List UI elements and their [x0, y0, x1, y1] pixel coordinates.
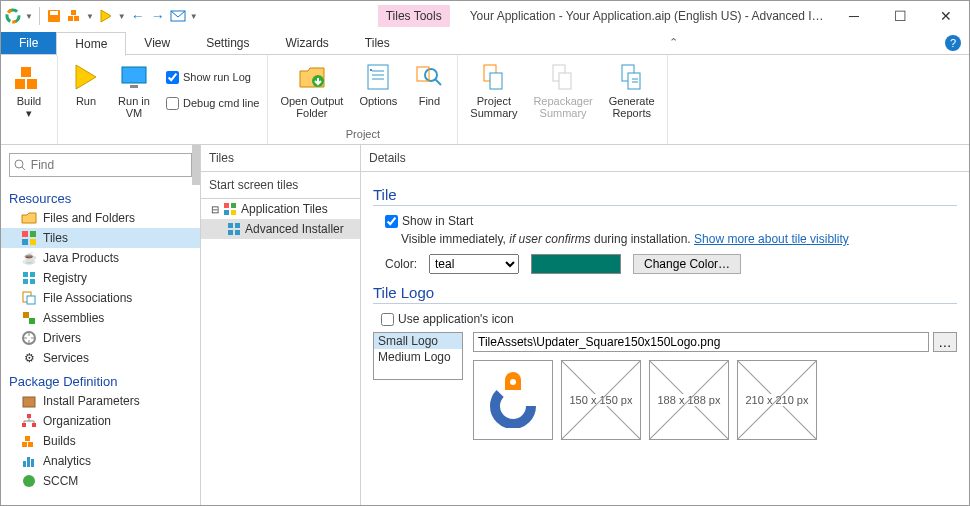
sidebar-item-sccm[interactable]: SCCM: [1, 471, 200, 491]
close-button[interactable]: ✕: [923, 1, 969, 31]
chevron-down-icon[interactable]: ▼: [25, 12, 33, 21]
generate-reports-button[interactable]: Generate Reports: [605, 59, 659, 121]
find-input[interactable]: [31, 158, 187, 172]
browse-button[interactable]: …: [933, 332, 957, 352]
section-resources: Resources: [1, 189, 200, 208]
logo-list-item[interactable]: Medium Logo: [374, 349, 462, 365]
build-button[interactable]: Build▾: [9, 59, 49, 121]
run-in-vm-button[interactable]: Run in VM: [114, 59, 154, 121]
sidebar-item-install-parameters[interactable]: Install Parameters: [1, 391, 200, 411]
sidebar-item-java-products[interactable]: ☕Java Products: [1, 248, 200, 268]
svg-rect-35: [23, 279, 28, 284]
logo-size-list[interactable]: Small Logo Medium Logo: [373, 332, 463, 380]
window-title: Your Application - Your Application.aip …: [470, 9, 831, 23]
chevron-down-icon[interactable]: ▼: [118, 12, 126, 21]
tab-tiles[interactable]: Tiles: [347, 32, 408, 54]
svg-rect-60: [235, 230, 240, 235]
sidebar-item-files-and-folders[interactable]: Files and Folders: [1, 208, 200, 228]
minimize-button[interactable]: ─: [831, 1, 877, 31]
options-button[interactable]: Options: [355, 59, 401, 121]
svg-rect-47: [28, 442, 33, 447]
collapse-ribbon-icon[interactable]: ⌃: [669, 36, 678, 49]
svg-rect-44: [22, 423, 26, 427]
svg-rect-31: [22, 239, 28, 245]
sidebar-item-builds[interactable]: Builds: [1, 431, 200, 451]
tab-home[interactable]: Home: [56, 32, 126, 56]
sidebar-item-services[interactable]: ⚙Services: [1, 348, 200, 368]
forward-icon[interactable]: →: [150, 8, 166, 24]
sidebar-item-tiles[interactable]: Tiles: [1, 228, 200, 248]
tab-settings[interactable]: Settings: [188, 32, 267, 54]
svg-rect-45: [32, 423, 36, 427]
svg-point-52: [23, 475, 35, 487]
sidebar-item-organization[interactable]: Organization: [1, 411, 200, 431]
svg-rect-55: [224, 210, 229, 215]
color-select[interactable]: teal: [429, 254, 519, 274]
tree-root[interactable]: ⊟ Application Tiles: [201, 199, 360, 219]
ribbon: Build▾ Run Run in VM Show run Log Debug …: [1, 55, 969, 145]
mail-icon[interactable]: [170, 8, 186, 24]
svg-rect-46: [22, 442, 27, 447]
svg-rect-26: [628, 73, 640, 89]
sidebar-item-assemblies[interactable]: Assemblies: [1, 308, 200, 328]
find-box[interactable]: [9, 153, 192, 177]
sidebar-item-registry[interactable]: Registry: [1, 268, 200, 288]
tab-file[interactable]: File: [1, 32, 56, 54]
chevron-down-icon[interactable]: ▼: [190, 12, 198, 21]
logo-list-item[interactable]: Small Logo: [374, 333, 462, 349]
tile-size-slot: 188 x 188 px: [649, 360, 729, 440]
app-icon: [5, 8, 21, 24]
show-in-start-checkbox[interactable]: Show in Start: [385, 214, 957, 228]
svg-rect-54: [231, 203, 236, 208]
show-more-link[interactable]: Show more about tile visiblity: [694, 232, 849, 246]
find-button[interactable]: Find: [409, 59, 449, 121]
svg-rect-6: [71, 10, 76, 15]
left-navigation: Resources Files and Folders Tiles ☕Java …: [1, 145, 201, 505]
help-button[interactable]: ?: [945, 35, 961, 51]
search-icon: [14, 159, 25, 171]
sidebar-item-drivers[interactable]: Drivers: [1, 328, 200, 348]
tab-wizards[interactable]: Wizards: [268, 32, 347, 54]
quick-access-toolbar: ▼ ▼ ▼ ← → ▼: [1, 7, 198, 25]
chevron-down-icon[interactable]: ▼: [86, 12, 94, 21]
color-swatch: [531, 254, 621, 274]
back-icon[interactable]: ←: [130, 8, 146, 24]
ribbon-group-label: Project: [346, 128, 380, 140]
sidebar-item-file-associations[interactable]: File Associations: [1, 288, 200, 308]
svg-rect-11: [21, 67, 31, 77]
build-icon[interactable]: [66, 8, 82, 24]
middle-panel: Tiles Start screen tiles ⊟ Application T…: [201, 145, 361, 505]
svg-rect-42: [23, 397, 35, 407]
svg-rect-3: [50, 11, 58, 15]
open-output-folder-button[interactable]: Open Output Folder: [276, 59, 347, 121]
section-package-definition: Package Definition: [1, 372, 200, 391]
save-icon[interactable]: [46, 8, 62, 24]
details-panel: Details Tile Show in Start Visible immed…: [361, 145, 969, 505]
svg-rect-50: [27, 457, 30, 467]
section-tile: Tile: [373, 186, 957, 206]
run-icon[interactable]: [98, 8, 114, 24]
svg-rect-16: [368, 65, 388, 89]
svg-point-61: [495, 388, 531, 424]
panel-subhead: Start screen tiles: [201, 172, 360, 199]
scrollbar-thumb[interactable]: [192, 145, 200, 185]
svg-rect-22: [490, 73, 502, 89]
logo-path-input[interactable]: [473, 332, 929, 352]
run-button[interactable]: Run: [66, 59, 106, 121]
tile-preview-image: [473, 360, 553, 440]
svg-rect-48: [25, 436, 30, 441]
svg-rect-17: [370, 69, 372, 71]
svg-rect-43: [27, 414, 31, 418]
change-color-button[interactable]: Change Color…: [633, 254, 741, 274]
sidebar-item-analytics[interactable]: Analytics: [1, 451, 200, 471]
tab-view[interactable]: View: [126, 32, 188, 54]
show-run-log-checkbox[interactable]: Show run Log: [166, 67, 259, 87]
svg-rect-24: [559, 73, 571, 89]
collapse-icon[interactable]: ⊟: [211, 204, 219, 215]
use-app-icon-checkbox[interactable]: Use application's icon: [381, 312, 957, 326]
svg-rect-40: [29, 318, 35, 324]
maximize-button[interactable]: ☐: [877, 1, 923, 31]
debug-cmd-line-checkbox[interactable]: Debug cmd line: [166, 93, 259, 113]
tree-child[interactable]: Advanced Installer: [201, 219, 360, 239]
project-summary-button[interactable]: Project Summary: [466, 59, 521, 121]
